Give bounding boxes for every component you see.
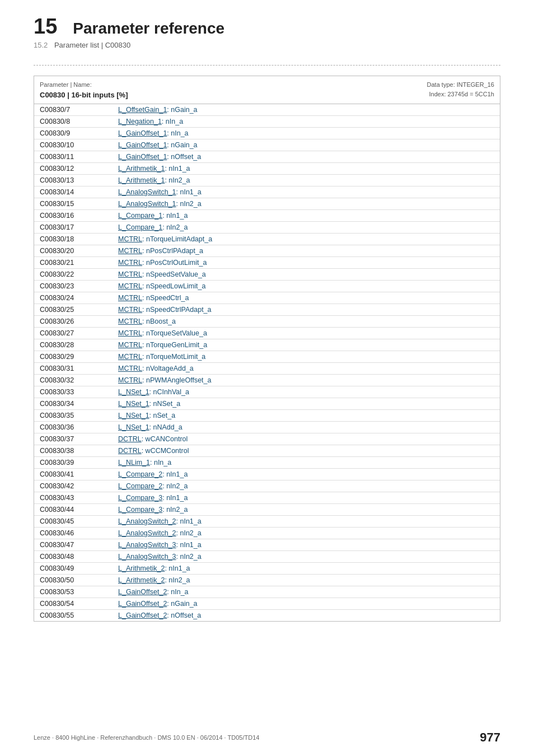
param-link[interactable]: L_OffsetGain_1: nGain_a <box>113 104 500 116</box>
param-link[interactable]: L_GainOffset_1: nIn_a <box>113 128 500 139</box>
table-row: C00830/12L_Arithmetik_1: nIn1_a <box>34 163 500 175</box>
table-row: C00830/41L_Compare_2: nIn1_a <box>34 469 500 480</box>
param-link[interactable]: L_Compare_2: nIn2_a <box>113 480 500 492</box>
param-link[interactable]: L_Compare_3: nIn1_a <box>113 492 500 504</box>
data-type-label: Data type: INTEGER_16 <box>427 80 494 90</box>
param-link[interactable]: MCTRL: nPWMAngleOffset_a <box>113 375 500 386</box>
param-link[interactable]: L_GainOffset_1: nOffset_a <box>113 151 500 163</box>
table-row: C00830/32MCTRL: nPWMAngleOffset_a <box>34 375 500 386</box>
param-id: C00830/42 <box>34 480 113 492</box>
table-row: C00830/33L_NSet_1: nCInhVal_a <box>34 386 500 398</box>
param-link[interactable]: L_Negation_1: nIn_a <box>113 116 500 128</box>
table-row: C00830/15L_AnalogSwitch_1: nIn2_a <box>34 198 500 210</box>
table-row: C00830/8L_Negation_1: nIn_a <box>34 116 500 128</box>
table-row: C00830/44L_Compare_3: nIn2_a <box>34 504 500 516</box>
table-row: C00830/11L_GainOffset_1: nOffset_a <box>34 151 500 163</box>
param-id: C00830/13 <box>34 175 113 186</box>
param-id: C00830/14 <box>34 186 113 198</box>
param-link[interactable]: MCTRL: nPosCtrlOutLimit_a <box>113 257 500 269</box>
param-link[interactable]: L_AnalogSwitch_3: nIn2_a <box>113 551 500 563</box>
param-id: C00830/37 <box>34 433 113 445</box>
param-link[interactable]: L_Arithmetik_2: nIn2_a <box>113 575 500 586</box>
param-id: C00830/49 <box>34 563 113 575</box>
table-header-left: Parameter | Name: C00830 | 16-bit inputs… <box>40 80 128 100</box>
param-id: C00830/38 <box>34 445 113 457</box>
param-link[interactable]: L_NSet_1: nCInhVal_a <box>113 386 500 398</box>
param-link[interactable]: L_GainOffset_2: nGain_a <box>113 598 500 610</box>
table-row: C00830/37DCTRL: wCANControl <box>34 433 500 445</box>
param-id: C00830/36 <box>34 422 113 433</box>
param-link[interactable]: MCTRL: nSpeedCtrlPAdapt_a <box>113 304 500 316</box>
chapter-number: 15 <box>34 16 57 37</box>
param-id: C00830/25 <box>34 304 113 316</box>
table-row: C00830/18MCTRL: nTorqueLimitAdapt_a <box>34 234 500 245</box>
param-link[interactable]: MCTRL: nSpeedSetValue_a <box>113 269 500 281</box>
table-row: C00830/49L_Arithmetik_2: nIn1_a <box>34 563 500 575</box>
param-link[interactable]: MCTRL: nSpeedLowLimit_a <box>113 281 500 292</box>
param-link[interactable]: L_GainOffset_2: nOffset_a <box>113 610 500 622</box>
param-link[interactable]: MCTRL: nBoost_a <box>113 316 500 328</box>
param-link[interactable]: L_AnalogSwitch_2: nIn1_a <box>113 516 500 528</box>
param-link[interactable]: MCTRL: nTorqueMotLimit_a <box>113 351 500 363</box>
param-link[interactable]: L_Compare_1: nIn2_a <box>113 222 500 234</box>
table-row: C00830/36L_NSet_1: nNAdd_a <box>34 422 500 433</box>
table-row: C00830/50L_Arithmetik_2: nIn2_a <box>34 575 500 586</box>
param-table: C00830/7L_OffsetGain_1: nGain_aC00830/8L… <box>34 104 500 621</box>
param-link[interactable]: MCTRL: nPosCtrlPAdapt_a <box>113 245 500 257</box>
param-link[interactable]: L_Compare_2: nIn1_a <box>113 469 500 480</box>
param-link[interactable]: L_AnalogSwitch_2: nIn2_a <box>113 528 500 539</box>
param-id: C00830/47 <box>34 539 113 551</box>
table-row: C00830/34L_NSet_1: nNSet_a <box>34 398 500 410</box>
table-row: C00830/28MCTRL: nTorqueGenLimit_a <box>34 339 500 351</box>
param-id: C00830/16 <box>34 210 113 222</box>
param-link[interactable]: L_Compare_3: nIn2_a <box>113 504 500 516</box>
param-link[interactable]: L_NLim_1: nIn_a <box>113 457 500 469</box>
page-header: 15 Parameter reference 15.2 Parameter li… <box>0 0 534 55</box>
table-row: C00830/55L_GainOffset_2: nOffset_a <box>34 610 500 622</box>
param-link[interactable]: L_AnalogSwitch_3: nIn1_a <box>113 539 500 551</box>
param-link[interactable]: MCTRL: nVoltageAdd_a <box>113 363 500 375</box>
index-label: Index: 23745d = 5CC1h <box>427 90 494 99</box>
param-link[interactable]: MCTRL: nTorqueSetValue_a <box>113 328 500 339</box>
param-id: C00830/7 <box>34 104 113 116</box>
param-link[interactable]: DCTRL: wCCMControl <box>113 445 500 457</box>
param-link[interactable]: L_Arithmetik_1: nIn2_a <box>113 175 500 186</box>
param-id: C00830/20 <box>34 245 113 257</box>
param-name-bold: C00830 | 16-bit inputs [%] <box>40 90 128 101</box>
page-number: 977 <box>480 730 500 745</box>
param-link[interactable]: MCTRL: nTorqueGenLimit_a <box>113 339 500 351</box>
param-id: C00830/32 <box>34 375 113 386</box>
sub-number: 15.2 <box>34 41 48 49</box>
param-link[interactable]: MCTRL: nSpeedCtrl_a <box>113 292 500 304</box>
table-row: C00830/38DCTRL: wCCMControl <box>34 445 500 457</box>
table-header-right: Data type: INTEGER_16 Index: 23745d = 5C… <box>427 80 494 99</box>
param-link[interactable]: L_AnalogSwitch_1: nIn1_a <box>113 186 500 198</box>
param-link[interactable]: L_Compare_1: nIn1_a <box>113 210 500 222</box>
param-link[interactable]: L_GainOffset_1: nGain_a <box>113 139 500 151</box>
page-footer: Lenze · 8400 HighLine · Referenzhandbuch… <box>0 730 534 745</box>
param-link[interactable]: L_NSet_1: nNSet_a <box>113 398 500 410</box>
param-id: C00830/23 <box>34 281 113 292</box>
param-link[interactable]: L_NSet_1: nSet_a <box>113 410 500 422</box>
param-link[interactable]: L_GainOffset_2: nIn_a <box>113 586 500 598</box>
param-id: C00830/8 <box>34 116 113 128</box>
subchapter: 15.2 Parameter list | C00830 <box>34 41 500 49</box>
table-row: C00830/29MCTRL: nTorqueMotLimit_a <box>34 351 500 363</box>
param-link[interactable]: L_Arithmetik_1: nIn1_a <box>113 163 500 175</box>
param-link[interactable]: DCTRL: wCANControl <box>113 433 500 445</box>
param-link[interactable]: MCTRL: nTorqueLimitAdapt_a <box>113 234 500 245</box>
table-row: C00830/16L_Compare_1: nIn1_a <box>34 210 500 222</box>
table-row: C00830/27MCTRL: nTorqueSetValue_a <box>34 328 500 339</box>
param-link[interactable]: L_AnalogSwitch_1: nIn2_a <box>113 198 500 210</box>
param-link[interactable]: L_Arithmetik_2: nIn1_a <box>113 563 500 575</box>
table-row: C00830/54L_GainOffset_2: nGain_a <box>34 598 500 610</box>
param-id: C00830/48 <box>34 551 113 563</box>
param-id: C00830/35 <box>34 410 113 422</box>
param-link[interactable]: L_NSet_1: nNAdd_a <box>113 422 500 433</box>
section-divider <box>34 65 500 66</box>
table-row: C00830/21MCTRL: nPosCtrlOutLimit_a <box>34 257 500 269</box>
table-row: C00830/53L_GainOffset_2: nIn_a <box>34 586 500 598</box>
param-id: C00830/43 <box>34 492 113 504</box>
param-id: C00830/15 <box>34 198 113 210</box>
table-row: C00830/39L_NLim_1: nIn_a <box>34 457 500 469</box>
